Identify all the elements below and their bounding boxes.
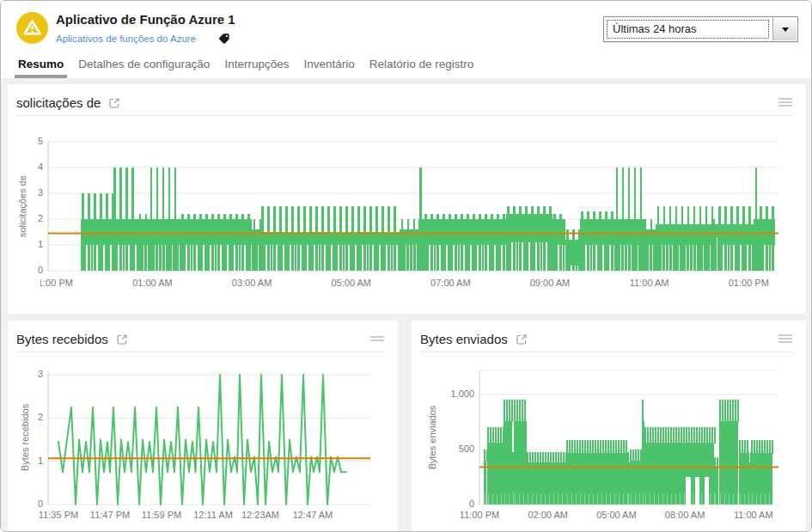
- tab-inventario[interactable]: Inventário: [302, 54, 356, 78]
- chart-card-requests: solicitações de 012345solicitações de11:…: [8, 84, 806, 314]
- chart-card-bytes-received: Bytes recebidos 0123Bytes recebidos11:35…: [8, 321, 398, 531]
- warning-triangle-icon: [16, 12, 48, 44]
- x-axis-tick-label: 01:00 AM: [120, 278, 184, 288]
- requests-chart: 012345solicitações de11:00 PM01:00 AM03:…: [8, 116, 806, 314]
- card-title: Bytes recebidos: [16, 332, 108, 346]
- x-axis-tick-label: 11:00 AM: [618, 278, 681, 288]
- dropdown-arrow-button[interactable]: [772, 18, 797, 40]
- x-axis-tick-label: 05:00 AM: [320, 278, 383, 288]
- y-axis-tick-label: 0: [437, 498, 474, 509]
- y-axis-label: Bytes enviados: [427, 406, 437, 470]
- chart-plot: [8, 352, 398, 531]
- tab-detalhes-de-configuracao[interactable]: Detalhes de configuração: [76, 54, 211, 78]
- x-axis-tick-label: 12:47 AM: [281, 510, 345, 520]
- external-link-icon[interactable]: [516, 333, 528, 345]
- y-axis-label: Bytes recebidos: [20, 404, 30, 471]
- tag-icon[interactable]: [218, 33, 230, 45]
- page-title: Aplicativo de Função Azure 1: [56, 12, 235, 27]
- chart-card-bytes-sent: Bytes enviados 05001,000Bytes enviados11…: [412, 321, 806, 531]
- tab-interrupcoes[interactable]: Interrupções: [223, 54, 290, 78]
- y-axis-tick-label: 1: [8, 239, 43, 249]
- x-axis-tick-label: 11:00 AM: [722, 510, 785, 520]
- card-title: Bytes enviados: [420, 332, 508, 346]
- y-axis-tick-label: 3: [8, 369, 43, 379]
- bytes-sent-chart: 05001,000Bytes enviados11:00 PM02:00 AM0…: [412, 352, 806, 531]
- time-range-select[interactable]: Últimas 24 horas: [603, 16, 798, 42]
- y-axis-tick-label: 4: [8, 162, 43, 172]
- tab-bar: Resumo Detalhes de configuração Interrup…: [1, 54, 811, 78]
- tab-relatorio-de-registro[interactable]: Relatório de registro: [368, 54, 476, 78]
- menu-icon[interactable]: [777, 331, 794, 346]
- x-axis-tick-label: 05:00 AM: [584, 510, 648, 520]
- menu-icon[interactable]: [369, 333, 386, 345]
- x-axis-tick-label: 03:00 AM: [220, 278, 284, 288]
- y-axis-tick-label: 0: [8, 498, 43, 509]
- breadcrumb-link[interactable]: Aplicativos de funções do Azure: [56, 34, 196, 44]
- breadcrumb: Aplicativos de funções do Azure: [56, 32, 230, 46]
- y-axis-tick-label: 0: [8, 265, 43, 275]
- time-range-value: Últimas 24 horas: [607, 20, 769, 39]
- tab-resumo[interactable]: Resumo: [16, 54, 65, 78]
- x-axis-tick-label: 01:00 PM: [717, 278, 780, 288]
- card-header: Bytes enviados: [412, 321, 806, 352]
- y-axis-tick-label: 5: [8, 136, 43, 146]
- y-axis-tick-label: 1,000: [437, 388, 474, 399]
- bytes-received-chart: 0123Bytes recebidos11:35 PM11:47 PM11:59…: [8, 352, 398, 531]
- x-axis-tick-label: 07:00 AM: [418, 278, 482, 288]
- card-header: solicitações de: [8, 84, 806, 115]
- app-window: Aplicativo de Função Azure 1 Aplicativos…: [0, 0, 812, 532]
- dashboard-content: solicitações de 012345solicitações de11:…: [1, 78, 811, 531]
- x-axis-tick-label: 09:00 AM: [518, 278, 582, 288]
- x-axis-tick-label: 02:00 AM: [516, 510, 580, 520]
- menu-icon[interactable]: [777, 95, 794, 110]
- x-axis-tick-label: 11:00 PM: [448, 510, 511, 520]
- y-axis-label: solicitações de: [17, 175, 27, 237]
- app-header: Aplicativo de Função Azure 1 Aplicativos…: [1, 1, 811, 54]
- card-title: solicitações de: [16, 95, 101, 110]
- external-link-icon[interactable]: [108, 97, 120, 109]
- y-axis-tick-label: 500: [437, 443, 474, 454]
- chevron-down-icon: [782, 28, 789, 32]
- card-header: Bytes recebidos: [8, 321, 398, 352]
- x-axis-tick-label: 08:00 AM: [653, 510, 717, 520]
- external-link-icon[interactable]: [116, 333, 128, 345]
